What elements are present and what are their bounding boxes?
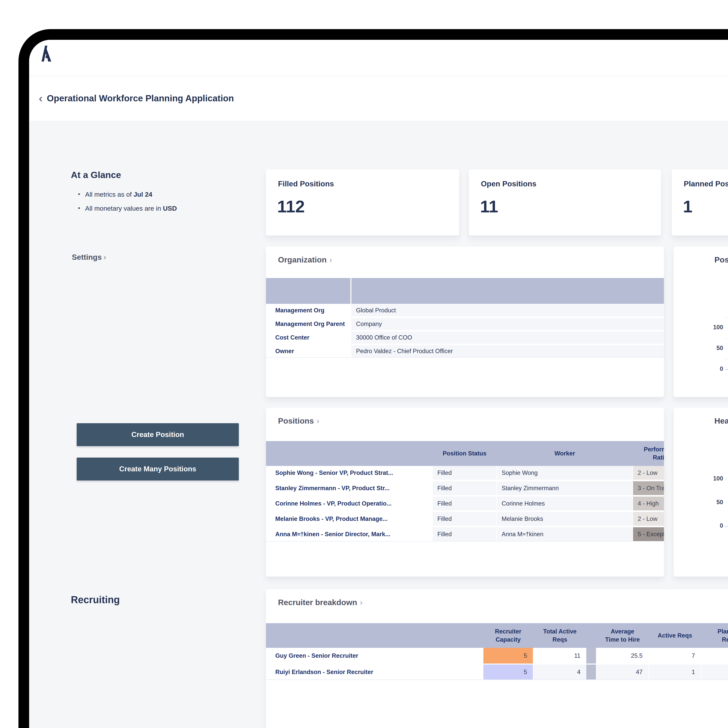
metric-label: Filled Positions: [278, 180, 334, 188]
y-axis-tick-label: 50: [702, 499, 723, 506]
org-row-label: Management Org Parent: [266, 318, 350, 330]
position-pipeline-card: Position pipeline 050100Jan 24: [674, 246, 728, 397]
position-status-cell: Filled: [433, 497, 496, 510]
spacer-cell: [586, 665, 596, 679]
worker-cell: Stanley Zimmermann: [497, 481, 633, 495]
active-reqs-cell: 7: [649, 648, 701, 664]
planned-reqs-cell: [701, 665, 728, 679]
total-active-reqs-cell: 4: [534, 665, 586, 679]
glance-bullet-currency: •All monetary values are in USD: [78, 205, 177, 212]
org-row-value: 30000 Office of COO: [352, 332, 664, 344]
planned-reqs-cell: [701, 648, 728, 664]
org-header-cell: [266, 278, 350, 304]
chevron-right-icon: ›: [329, 255, 332, 264]
column-header-recruiter-capacity: Recruiter Capacity: [483, 623, 533, 648]
recruiter-name: Ruiyi Erlandson - Senior Recruiter: [266, 665, 483, 679]
bullet-dot-icon: •: [78, 191, 80, 197]
position-status-cell: Filled: [433, 527, 496, 541]
column-header-performance-rating: Performance Rating: [633, 441, 664, 466]
at-a-glance-heading: At a Glance: [71, 170, 121, 180]
position-status-cell: Filled: [433, 466, 496, 480]
position-status-cell: Filled: [433, 512, 496, 526]
worker-cell: Melanie Brooks: [497, 512, 633, 526]
recruiter-breakdown-card: Recruiter breakdown› Recruiter Capacity …: [266, 589, 728, 728]
metric-label: Open Positions: [481, 180, 536, 188]
main-content: At a Glance •All metrics as of Jul 24 •A…: [29, 121, 728, 728]
position-name-link[interactable]: Sophie Wong - Senior VP, Product Strat..…: [266, 466, 433, 480]
organization-title-link[interactable]: Organization›: [278, 255, 332, 265]
position-status-cell: Filled: [433, 481, 496, 495]
planned-positions-card: Planned Positions 1: [672, 170, 728, 236]
org-row-label: Owner: [266, 345, 350, 357]
active-reqs-cell: 1: [649, 665, 701, 679]
anaplan-logo-icon: [40, 46, 51, 61]
page-title: Operational Workforce Planning Applicati…: [47, 93, 234, 104]
chevron-right-icon: ›: [317, 416, 320, 425]
position-pipeline-chart: 050100Jan 24: [674, 246, 728, 397]
app-header: [29, 40, 728, 76]
recruiter-capacity-cell: 5: [483, 648, 533, 664]
position-name-link[interactable]: Anna M≈†kinen - Senior Director, Mark...: [266, 527, 433, 541]
performance-rating-cell: 5 - Exceptional: [633, 527, 664, 541]
average-time-to-hire-cell: 25.5: [596, 648, 648, 664]
org-row-label: Cost Center: [266, 332, 350, 344]
performance-rating-cell: 2 - Low: [633, 512, 664, 526]
settings-link[interactable]: Settings›: [72, 253, 106, 262]
column-header-worker: Worker: [497, 441, 633, 466]
column-header-active-reqs: Active Reqs: [649, 623, 701, 648]
bullet-dot-icon: •: [78, 205, 80, 211]
chevron-right-icon: ›: [104, 253, 106, 261]
headcount-card: Headcount 050100Jan 24Feb 24: [674, 408, 728, 577]
page: ‹ Operational Workforce Planning Applica…: [0, 0, 728, 728]
recruiter-capacity-cell: 5: [483, 665, 533, 679]
position-name-link[interactable]: Corinne Holmes - VP, Product Operatio...: [266, 497, 433, 510]
performance-rating-cell: 2 - Low: [633, 466, 664, 480]
y-axis-tick-label: 100: [702, 475, 723, 482]
y-axis-tick-label: 50: [702, 344, 723, 352]
organization-card: Organization› Management Org Global Prod…: [266, 246, 664, 397]
filled-positions-card: Filled Positions 112: [266, 170, 459, 236]
create-position-button[interactable]: Create Position: [77, 423, 239, 446]
org-row-value: Global Product: [352, 304, 664, 317]
worker-cell: Anna M≈†kinen: [497, 527, 633, 541]
positions-card: Positions› Position Status Worker Perfor…: [266, 408, 664, 577]
metric-value: 11: [480, 197, 498, 216]
positions-title-link[interactable]: Positions›: [278, 416, 319, 425]
app-screen: ‹ Operational Workforce Planning Applica…: [29, 40, 728, 728]
metric-value: 112: [277, 197, 305, 216]
recruiting-heading: Recruiting: [71, 594, 120, 606]
org-row-value: Pedro Valdez - Chief Product Officer: [352, 345, 664, 357]
org-row-label: Management Org: [266, 304, 350, 317]
column-header-average-time-to-hire: Average Time to Hire: [596, 623, 648, 648]
performance-rating-cell: 3 - On Track: [633, 481, 664, 495]
spacer-cell: [586, 648, 596, 664]
column-header-position-status: Position Status: [433, 441, 496, 466]
recruiter-breakdown-title-link[interactable]: Recruiter breakdown›: [278, 598, 362, 607]
back-chevron-icon[interactable]: ‹: [39, 93, 43, 104]
glance-bullet-metrics: •All metrics as of Jul 24: [78, 191, 152, 198]
column-header-total-active-reqs: Total Active Reqs: [534, 623, 586, 648]
position-name-link[interactable]: Stanley Zimmermann - VP, Product Str...: [266, 481, 433, 495]
y-axis-tick-label: 0: [702, 366, 723, 372]
y-axis-tick-label: 0: [702, 522, 723, 529]
open-positions-card: Open Positions 11: [469, 170, 661, 236]
org-header-cell: [352, 278, 664, 304]
metric-value: 1: [683, 197, 693, 216]
performance-rating-cell: 4 - High: [633, 497, 664, 510]
chevron-right-icon: ›: [360, 598, 362, 607]
total-active-reqs-cell: 11: [534, 648, 586, 664]
average-time-to-hire-cell: 47: [596, 665, 648, 679]
create-many-positions-button[interactable]: Create Many Positions: [77, 457, 239, 480]
y-axis-tick-label: 100: [702, 324, 723, 331]
recruiter-name: Guy Green - Senior Recruiter: [266, 648, 483, 664]
title-bar: ‹ Operational Workforce Planning Applica…: [29, 76, 728, 120]
column-header-planned-reqs: Planned Reqs: [701, 623, 728, 648]
org-row-value: Company: [352, 318, 664, 330]
headcount-chart: 050100Jan 24Feb 24: [674, 408, 728, 577]
position-name-link[interactable]: Melanie Brooks - VP, Product Manage...: [266, 512, 433, 526]
worker-cell: Corinne Holmes: [497, 497, 633, 510]
worker-cell: Sophie Wong: [497, 466, 633, 480]
metric-label: Planned Positions: [684, 180, 728, 188]
